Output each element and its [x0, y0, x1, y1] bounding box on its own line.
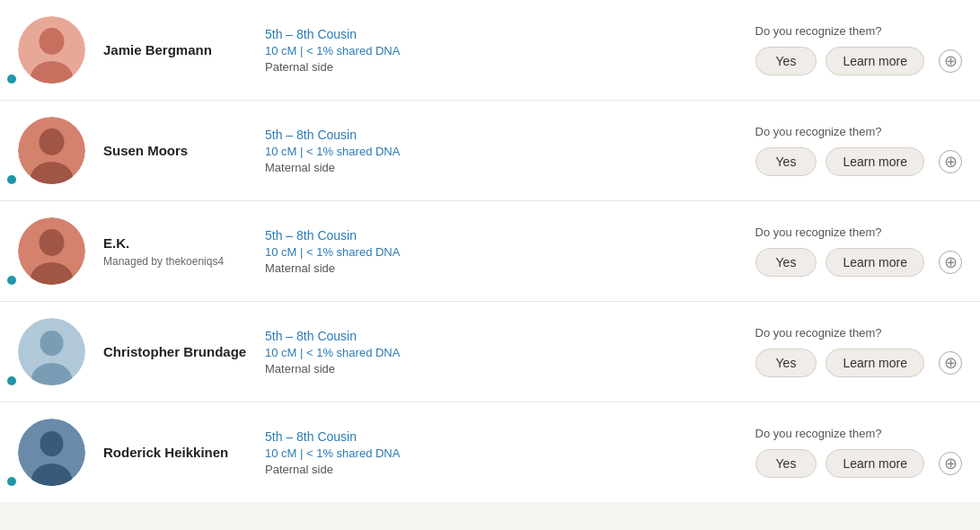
svg-point-13	[40, 431, 64, 456]
svg-point-1	[40, 28, 65, 55]
learn-more-button[interactable]: Learn more	[825, 147, 924, 176]
match-row: Christopher Brundage 5th – 8th Cousin 10…	[0, 302, 980, 402]
match-name-section: Roderick Heikkinen	[103, 444, 247, 462]
new-indicator	[7, 276, 16, 285]
recognize-section: Do you recognize them? Yes Learn more ⊕	[728, 326, 962, 377]
match-details: 5th – 8th Cousin 10 cM | < 1% shared DNA…	[265, 228, 728, 275]
yes-button[interactable]: Yes	[755, 248, 817, 277]
relationship-label: 5th – 8th Cousin	[265, 429, 728, 444]
match-name: E.K.	[103, 234, 247, 252]
side-info: Maternal side	[265, 362, 728, 375]
match-row: Susen Moors 5th – 8th Cousin 10 cM | < 1…	[0, 101, 980, 201]
add-icon[interactable]: ⊕	[939, 351, 962, 375]
new-indicator	[7, 477, 16, 486]
add-icon[interactable]: ⊕	[939, 452, 962, 475]
dna-info: 10 cM | < 1% shared DNA	[265, 446, 728, 460]
learn-more-button[interactable]: Learn more	[825, 449, 924, 478]
avatar	[18, 419, 85, 486]
dna-info: 10 cM | < 1% shared DNA	[265, 346, 728, 359]
action-buttons: Yes Learn more ⊕	[755, 47, 962, 75]
svg-point-10	[40, 331, 64, 356]
relationship-label: 5th – 8th Cousin	[265, 228, 728, 243]
recognize-section: Do you recognize them? Yes Learn more ⊕	[728, 427, 962, 478]
match-name: Susen Moors	[103, 142, 247, 160]
match-details: 5th – 8th Cousin 10 cM | < 1% shared DNA…	[265, 27, 728, 74]
recognize-section: Do you recognize them? Yes Learn more ⊕	[728, 125, 962, 176]
match-details: 5th – 8th Cousin 10 cM | < 1% shared DNA…	[265, 429, 728, 476]
match-name: Roderick Heikkinen	[103, 444, 247, 462]
learn-more-button[interactable]: Learn more	[825, 349, 924, 377]
add-icon[interactable]: ⊕	[939, 49, 962, 73]
match-name-section: Jamie Bergmann	[103, 41, 247, 59]
match-list: Jamie Bergmann 5th – 8th Cousin 10 cM | …	[0, 0, 980, 502]
svg-point-7	[40, 229, 65, 256]
recognize-label: Do you recognize them?	[755, 427, 882, 440]
action-buttons: Yes Learn more ⊕	[755, 147, 962, 176]
action-buttons: Yes Learn more ⊕	[755, 248, 962, 277]
yes-button[interactable]: Yes	[755, 449, 817, 478]
action-buttons: Yes Learn more ⊕	[755, 349, 962, 377]
recognize-label: Do you recognize them?	[755, 225, 882, 239]
new-indicator	[7, 75, 16, 84]
match-name: Jamie Bergmann	[103, 41, 247, 59]
relationship-label: 5th – 8th Cousin	[265, 329, 728, 343]
relationship-label: 5th – 8th Cousin	[265, 128, 728, 142]
yes-button[interactable]: Yes	[755, 47, 817, 75]
action-buttons: Yes Learn more ⊕	[755, 449, 962, 478]
learn-more-button[interactable]: Learn more	[825, 248, 924, 277]
side-info: Maternal side	[265, 161, 728, 174]
match-row: Roderick Heikkinen 5th – 8th Cousin 10 c…	[0, 402, 980, 502]
match-name-section: Susen Moors	[103, 142, 247, 160]
recognize-section: Do you recognize them? Yes Learn more ⊕	[728, 225, 962, 277]
yes-button[interactable]: Yes	[755, 349, 817, 377]
dna-info: 10 cM | < 1% shared DNA	[265, 245, 728, 259]
managed-by: Managed by thekoeniqs4	[103, 255, 247, 268]
recognize-label: Do you recognize them?	[755, 326, 882, 340]
dna-info: 10 cM | < 1% shared DNA	[265, 44, 728, 57]
avatar	[18, 318, 85, 385]
add-icon[interactable]: ⊕	[939, 251, 962, 274]
side-info: Maternal side	[265, 261, 728, 275]
svg-point-4	[40, 128, 65, 155]
match-row: E.K. Managed by thekoeniqs4 5th – 8th Co…	[0, 201, 980, 302]
new-indicator	[7, 376, 16, 385]
match-name-section: Christopher Brundage	[103, 343, 247, 361]
learn-more-button[interactable]: Learn more	[825, 47, 924, 75]
dna-info: 10 cM | < 1% shared DNA	[265, 145, 728, 158]
match-details: 5th – 8th Cousin 10 cM | < 1% shared DNA…	[265, 329, 728, 375]
new-indicator	[7, 175, 16, 184]
match-details: 5th – 8th Cousin 10 cM | < 1% shared DNA…	[265, 128, 728, 174]
relationship-label: 5th – 8th Cousin	[265, 27, 728, 41]
recognize-label: Do you recognize them?	[755, 125, 882, 138]
match-name-section: E.K. Managed by thekoeniqs4	[103, 234, 247, 268]
add-icon[interactable]: ⊕	[939, 150, 962, 173]
avatar	[18, 217, 85, 285]
side-info: Paternal side	[265, 463, 728, 476]
recognize-label: Do you recognize them?	[755, 24, 882, 38]
recognize-section: Do you recognize them? Yes Learn more ⊕	[728, 24, 962, 75]
side-info: Paternal side	[265, 60, 728, 74]
avatar	[18, 16, 85, 84]
yes-button[interactable]: Yes	[755, 147, 817, 176]
match-row: Jamie Bergmann 5th – 8th Cousin 10 cM | …	[0, 0, 980, 101]
avatar	[18, 117, 85, 184]
match-name: Christopher Brundage	[103, 343, 247, 361]
